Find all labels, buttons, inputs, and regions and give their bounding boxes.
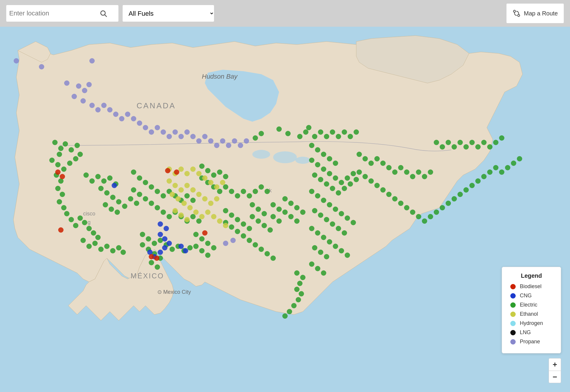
svg-point-242 — [499, 169, 504, 175]
map-label-canada: CANADA — [137, 101, 176, 110]
svg-point-173 — [265, 251, 270, 256]
svg-point-153 — [276, 218, 282, 224]
svg-point-289 — [244, 138, 249, 144]
legend-item: Ethanol — [510, 311, 552, 317]
svg-point-86 — [217, 189, 222, 194]
svg-point-353 — [481, 140, 487, 145]
svg-point-64 — [146, 236, 151, 242]
search-input[interactable] — [9, 9, 98, 17]
svg-point-323 — [178, 212, 184, 218]
svg-point-205 — [357, 152, 362, 157]
svg-point-196 — [149, 201, 154, 206]
svg-point-310 — [208, 201, 213, 206]
svg-point-321 — [223, 223, 228, 228]
svg-point-94 — [265, 189, 270, 194]
svg-point-31 — [64, 211, 69, 216]
svg-point-291 — [223, 241, 228, 246]
svg-point-215 — [416, 169, 421, 175]
svg-point-165 — [247, 226, 252, 231]
svg-point-181 — [205, 253, 210, 258]
legend-dot — [510, 302, 516, 308]
legend-item-label: Biodiesel — [520, 283, 542, 290]
svg-point-279 — [184, 129, 190, 135]
svg-point-259 — [82, 88, 87, 93]
search-container — [6, 5, 119, 22]
svg-point-371 — [354, 129, 359, 135]
svg-point-105 — [339, 180, 344, 185]
search-button[interactable] — [98, 8, 108, 18]
svg-point-10 — [273, 151, 297, 163]
svg-point-304 — [172, 183, 178, 188]
map-label-hudson-bay: Hudson Bay — [202, 73, 238, 80]
legend-item-label: Propane — [520, 339, 540, 345]
svg-point-90 — [241, 189, 246, 194]
svg-point-168 — [235, 229, 240, 234]
svg-point-162 — [229, 212, 234, 218]
legend-item-label: LNG — [520, 329, 531, 336]
svg-point-295 — [178, 166, 184, 172]
svg-point-144 — [288, 201, 294, 206]
svg-point-266 — [107, 107, 113, 112]
svg-point-29 — [57, 199, 62, 204]
svg-point-273 — [149, 129, 154, 135]
svg-point-251 — [296, 297, 301, 302]
svg-point-280 — [190, 134, 196, 139]
map-label-mexico-city: ⊙ Mexico City — [157, 289, 191, 295]
svg-point-255 — [89, 58, 95, 64]
svg-point-274 — [155, 125, 160, 130]
svg-point-212 — [398, 165, 403, 170]
svg-point-319 — [211, 214, 216, 219]
svg-point-18 — [75, 143, 80, 148]
svg-point-210 — [386, 165, 392, 170]
svg-point-187 — [161, 193, 166, 199]
legend-panel: Legend BiodieselCNGElectricEthanolHydrog… — [502, 267, 561, 353]
route-icon — [512, 9, 521, 18]
svg-point-359 — [259, 131, 264, 136]
svg-point-142 — [321, 270, 326, 276]
svg-point-155 — [256, 207, 261, 212]
svg-point-220 — [368, 178, 374, 184]
svg-point-93 — [259, 184, 264, 190]
svg-point-340 — [165, 168, 170, 173]
svg-point-349 — [457, 140, 463, 145]
svg-point-276 — [167, 134, 172, 139]
svg-point-287 — [232, 138, 237, 144]
legend-dot — [510, 293, 516, 299]
svg-point-230 — [428, 214, 433, 219]
svg-point-147 — [282, 210, 288, 215]
svg-point-133 — [327, 239, 332, 245]
svg-point-12 — [295, 157, 310, 164]
svg-point-192 — [190, 198, 196, 203]
legend-item: Hydrogen — [510, 320, 552, 326]
svg-point-106 — [345, 175, 350, 181]
svg-point-342 — [202, 230, 208, 236]
svg-point-17 — [69, 147, 74, 153]
svg-point-116 — [309, 189, 314, 194]
svg-point-206 — [362, 156, 368, 161]
svg-point-337 — [55, 169, 61, 175]
svg-point-107 — [351, 171, 356, 176]
svg-point-61 — [116, 245, 121, 250]
map-label-mexico: MÉXICO — [131, 272, 164, 280]
legend-dot — [510, 284, 516, 289]
svg-point-164 — [241, 221, 246, 227]
svg-point-36 — [86, 226, 92, 231]
svg-point-14 — [58, 146, 64, 151]
svg-point-283 — [208, 138, 213, 144]
map-route-button[interactable]: Map a Route — [506, 3, 564, 23]
legend-item: LNG — [510, 329, 552, 336]
zoom-out-button[interactable]: − — [549, 371, 561, 383]
svg-point-112 — [336, 190, 341, 196]
zoom-in-button[interactable]: + — [549, 358, 561, 371]
svg-point-222 — [380, 187, 386, 193]
svg-point-299 — [202, 175, 208, 181]
svg-point-177 — [205, 241, 210, 246]
svg-point-355 — [493, 140, 498, 145]
svg-point-109 — [318, 177, 323, 182]
svg-point-76 — [149, 260, 154, 265]
svg-point-28 — [60, 192, 65, 197]
svg-point-260 — [86, 82, 92, 87]
fuel-type-select[interactable]: All FuelsBiodieselCNGElectricEthanolHydr… — [122, 5, 214, 22]
svg-point-269 — [125, 112, 130, 117]
svg-point-89 — [235, 193, 240, 199]
